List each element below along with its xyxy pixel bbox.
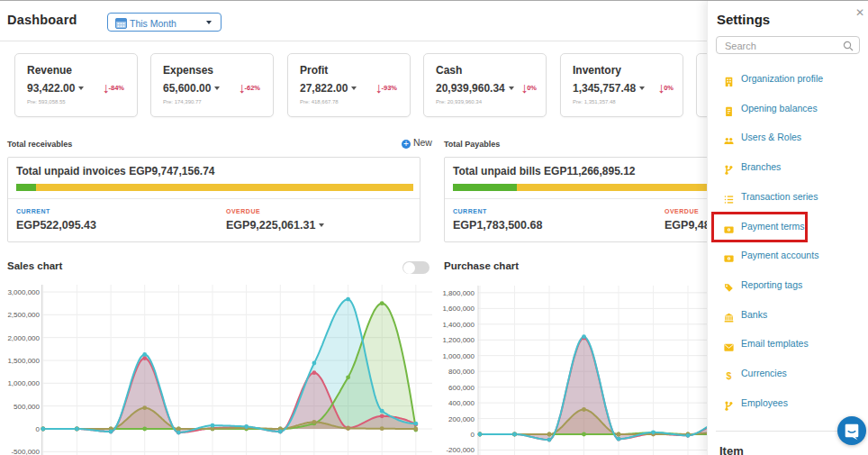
svg-text:$: $ <box>727 371 732 381</box>
